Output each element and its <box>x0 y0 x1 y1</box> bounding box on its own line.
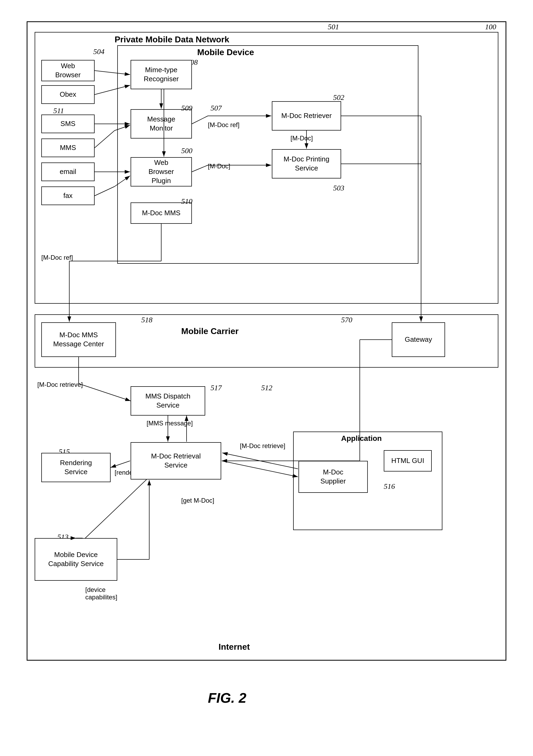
mms-message-label: [MMS message] <box>147 419 193 427</box>
ref-503: 503 <box>333 184 344 192</box>
page-container: 501 100 Private Mobile Data Network Mobi… <box>0 0 533 756</box>
device-cap-label: [device capabilites] <box>85 586 117 601</box>
mobile-device-title: Mobile Device <box>197 47 254 57</box>
internet-title: Internet <box>218 642 250 652</box>
mdoc-retriever-box: M-Doc Retriever <box>272 101 341 130</box>
mms-dispatch-box: MMS Dispatch Service <box>130 386 205 416</box>
mdoc-retrieval-box: M-Doc Retrieval Service <box>130 442 221 479</box>
mime-recogniser-box: Mime-type Recogniser <box>130 60 192 89</box>
sms-box: SMS <box>41 115 95 133</box>
mdoc-mms-device-box: M-Doc MMS <box>130 202 192 224</box>
private-network-title: Private Mobile Data Network <box>115 35 229 44</box>
web-browser-box: Web Browser <box>41 60 95 81</box>
mdoc-label-2: [M-Doc] <box>291 135 313 142</box>
ref-500: 500 <box>181 147 192 155</box>
fig-label: FIG. 2 <box>208 690 246 706</box>
mobile-device-cap-box: Mobile Device Capability Service <box>35 538 117 581</box>
web-browser-plugin-box: Web Browser Plugin <box>130 157 192 186</box>
message-monitor-box: Message Monitor <box>130 109 192 139</box>
html-gui-box: HTML GUI <box>384 450 432 472</box>
ref-510: 510 <box>181 197 192 206</box>
ref-509: 509 <box>181 104 192 112</box>
mdoc-mms-center-box: M-Doc MMS Message Center <box>41 322 116 357</box>
ref-512: 512 <box>261 384 272 392</box>
gateway-box: Gateway <box>392 322 445 357</box>
ref-516: 516 <box>384 482 395 491</box>
mms-box: MMS <box>41 139 95 157</box>
application-title: Application <box>341 434 381 443</box>
ref-511: 511 <box>53 107 64 115</box>
rendering-service-box: Rendering Service <box>41 453 111 482</box>
ref-570: 570 <box>341 316 352 324</box>
mobile-carrier-title: Mobile Carrier <box>181 326 238 336</box>
mdoc-supplier-box: M-Doc Supplier <box>298 461 368 493</box>
get-mdoc-label: [get M-Doc] <box>181 497 214 504</box>
mdoc-printing-box: M-Doc Printing Service <box>272 149 341 178</box>
fax-box: fax <box>41 186 95 205</box>
mdoc-label-1: [M-Doc] <box>208 163 230 170</box>
mdoc-retrieve-label-2: [M-Doc retrieve] <box>240 442 285 450</box>
ref-518: 518 <box>141 316 153 324</box>
ref-517: 517 <box>210 384 222 392</box>
ref-507: 507 <box>210 104 222 112</box>
email-box: email <box>41 163 95 181</box>
mdoc-retrieve-label-1: [M-Doc retrieve] <box>37 381 83 389</box>
obex-box: Obex <box>41 85 95 104</box>
ref-502: 502 <box>333 93 344 102</box>
mdoc-ref-label-1: [M-Doc ref] <box>208 121 239 129</box>
ref-504: 504 <box>93 47 104 56</box>
